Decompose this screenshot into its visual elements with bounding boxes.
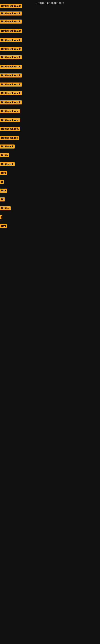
bottleneck-badge-21: B	[0, 180, 3, 184]
bottleneck-badge-container-20: Bott	[0, 171, 7, 176]
bottleneck-badge-3: Bottleneck result	[0, 20, 22, 24]
bottleneck-badge-container-3: Bottleneck result	[0, 20, 22, 24]
bottleneck-badge-container-24: Bottlen	[0, 206, 11, 211]
bottleneck-badge-25: |	[0, 215, 2, 219]
bottleneck-badge-13: Bottleneck resu	[0, 109, 20, 113]
bottleneck-badge-4: Bottleneck result	[0, 29, 22, 33]
bottleneck-badge-container-14: Bottleneck resu	[0, 118, 20, 123]
bottleneck-badge-22: Bott	[0, 188, 7, 192]
bottleneck-badge-container-18: Bottle	[0, 153, 9, 158]
bottleneck-badge-17: Bottleneck	[0, 144, 15, 148]
bottleneck-badge-container-21: B	[0, 180, 3, 185]
bottleneck-badge-8: Bottleneck result	[0, 64, 22, 69]
bottleneck-badge-12: Bottleneck result	[0, 100, 22, 104]
bottleneck-badge-container-8: Bottleneck result	[0, 64, 22, 70]
bottleneck-badge-container-7: Bottleneck result	[0, 55, 22, 60]
bottleneck-badge-19: Bottleneck	[0, 162, 15, 166]
bottleneck-badge-container-4: Bottleneck result	[0, 29, 22, 34]
bottleneck-badge-container-19: Bottleneck	[0, 162, 15, 167]
bottleneck-badge-container-10: Bottleneck result	[0, 82, 22, 87]
bottleneck-badge-11: Bottleneck result	[0, 91, 22, 95]
bottleneck-badge-container-1: Bottleneck result	[0, 4, 22, 9]
bottleneck-badge-container-23: Bo	[0, 198, 5, 202]
bottleneck-badge-container-2: Bottleneck result	[0, 12, 22, 16]
bottleneck-badge-container-25: |	[0, 215, 2, 220]
bottleneck-badge-container-15: Bottleneck resu	[0, 127, 20, 132]
bottleneck-badge-container-12: Bottleneck result	[0, 100, 22, 105]
bottleneck-badge-7: Bottleneck result	[0, 55, 22, 59]
bottleneck-badge-container-6: Bottleneck result	[0, 47, 22, 52]
bottleneck-badge-container-11: Bottleneck result	[0, 91, 22, 96]
bottleneck-badge-18: Bottle	[0, 153, 9, 158]
bottleneck-badge-14: Bottleneck resu	[0, 118, 20, 122]
bottleneck-badge-16: Bottleneck res	[0, 136, 19, 140]
bottleneck-badge-container-26: Bott	[0, 224, 7, 229]
bottleneck-badge-5: Bottleneck result	[0, 38, 22, 42]
bottleneck-badge-container-16: Bottleneck res	[0, 136, 19, 141]
bottleneck-badge-24: Bottlen	[0, 206, 11, 210]
bottleneck-badge-container-17: Bottleneck	[0, 144, 15, 149]
bottleneck-badge-container-22: Bott	[0, 188, 7, 194]
bottleneck-badge-15: Bottleneck resu	[0, 127, 20, 131]
bottleneck-badge-1: Bottleneck result	[0, 4, 22, 8]
bottleneck-badge-10: Bottleneck result	[0, 82, 22, 86]
bottleneck-badge-container-5: Bottleneck result	[0, 38, 22, 43]
bottleneck-badge-26: Bott	[0, 224, 7, 228]
bottleneck-badge-9: Bottleneck result	[0, 74, 22, 78]
bottleneck-badge-23: Bo	[0, 198, 5, 202]
bottleneck-badge-container-9: Bottleneck result	[0, 74, 22, 78]
bottleneck-badge-6: Bottleneck result	[0, 47, 22, 51]
bottleneck-badge-2: Bottleneck result	[0, 12, 22, 16]
bottleneck-badge-20: Bott	[0, 171, 7, 175]
bottleneck-badge-container-13: Bottleneck resu	[0, 109, 20, 114]
